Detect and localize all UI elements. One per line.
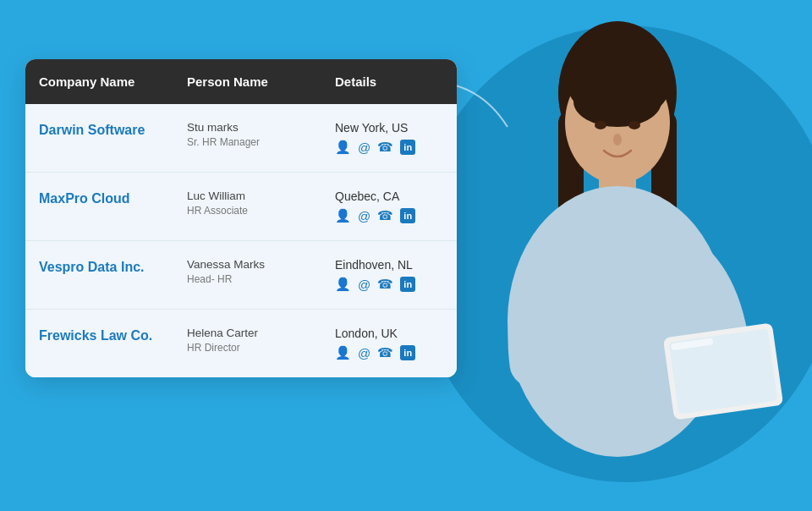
email-icon[interactable]: @ — [358, 277, 370, 292]
person-info-cell: Helena Carter HR Director — [173, 323, 321, 364]
email-icon[interactable]: @ — [358, 140, 370, 155]
svg-point-9 — [628, 121, 640, 129]
phone-icon[interactable]: ☎ — [377, 208, 393, 223]
contact-icons: 👤 @ ☎ in — [335, 277, 443, 292]
contact-icons: 👤 @ ☎ in — [335, 345, 443, 360]
location-text: New York, US — [335, 121, 443, 135]
profile-icon[interactable]: 👤 — [335, 140, 351, 155]
person-title: Head- HR — [187, 273, 308, 285]
details-cell: Eindhoven, NL 👤 @ ☎ in — [321, 255, 457, 295]
linkedin-icon[interactable]: in — [400, 208, 415, 223]
header-person: Person Name — [173, 59, 321, 104]
linkedin-icon[interactable]: in — [400, 345, 415, 360]
phone-icon[interactable]: ☎ — [377, 140, 393, 155]
table-row: Darwin Software Stu marks Sr. HR Manager… — [25, 104, 457, 173]
table-row: MaxPro Cloud Luc William HR Associate Qu… — [25, 173, 457, 241]
phone-icon[interactable]: ☎ — [377, 277, 393, 292]
person-name: Luc William — [187, 190, 308, 202]
company-name-cell[interactable]: Frewicks Law Co. — [25, 323, 173, 364]
location-text: Eindhoven, NL — [335, 258, 443, 272]
person-name: Helena Carter — [187, 327, 308, 339]
email-icon[interactable]: @ — [358, 346, 370, 360]
email-icon[interactable]: @ — [358, 209, 370, 223]
table-header: Company Name Person Name Details — [25, 59, 457, 104]
details-cell: London, UK 👤 @ ☎ in — [321, 323, 457, 364]
header-details: Details — [321, 59, 457, 104]
company-name-cell[interactable]: Darwin Software — [25, 118, 173, 158]
svg-point-7 — [573, 76, 661, 127]
linkedin-icon[interactable]: in — [400, 140, 415, 155]
person-info-cell: Stu marks Sr. HR Manager — [173, 118, 321, 158]
contacts-table: Company Name Person Name Details Darwin … — [25, 59, 457, 377]
location-text: London, UK — [335, 327, 443, 340]
details-cell: New York, US 👤 @ ☎ in — [321, 118, 457, 158]
company-name-cell[interactable]: Vespro Data Inc. — [25, 255, 173, 295]
person-title: HR Director — [187, 342, 308, 354]
details-cell: Quebec, CA 👤 @ ☎ in — [321, 186, 457, 227]
person-title: HR Associate — [187, 205, 308, 217]
person-name: Stu marks — [187, 121, 308, 134]
profile-icon[interactable]: 👤 — [335, 345, 351, 360]
table-body: Darwin Software Stu marks Sr. HR Manager… — [25, 104, 457, 377]
company-name-cell[interactable]: MaxPro Cloud — [25, 186, 173, 227]
contact-icons: 👤 @ ☎ in — [335, 208, 443, 223]
person-info-cell: Vanessa Marks Head- HR — [173, 255, 321, 295]
svg-rect-13 — [669, 328, 778, 415]
table-row: Frewicks Law Co. Helena Carter HR Direct… — [25, 310, 457, 377]
svg-point-10 — [613, 134, 622, 146]
linkedin-icon[interactable]: in — [400, 277, 415, 292]
header-company: Company Name — [25, 59, 173, 104]
profile-icon[interactable]: 👤 — [335, 208, 351, 223]
phone-icon[interactable]: ☎ — [377, 345, 393, 360]
profile-icon[interactable]: 👤 — [335, 277, 351, 292]
table-row: Vespro Data Inc. Vanessa Marks Head- HR … — [25, 241, 457, 310]
svg-point-8 — [595, 121, 606, 129]
contact-icons: 👤 @ ☎ in — [335, 140, 443, 155]
person-info-cell: Luc William HR Associate — [173, 186, 321, 227]
location-text: Quebec, CA — [335, 190, 443, 203]
person-name: Vanessa Marks — [187, 258, 308, 271]
person-title: Sr. HR Manager — [187, 136, 308, 148]
